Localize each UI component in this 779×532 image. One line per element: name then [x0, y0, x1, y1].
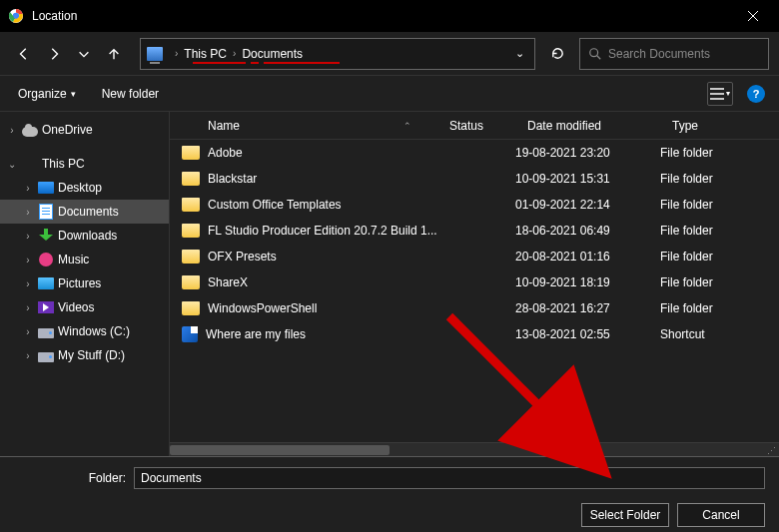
recent-dropdown[interactable]	[70, 40, 98, 68]
file-list: Name⌃ Status Date modified Type Adobe19-…	[170, 112, 779, 456]
address-dropdown[interactable]: ⌄	[511, 47, 528, 60]
file-type: Shortcut	[660, 327, 705, 341]
file-name: OFX Presets	[208, 250, 277, 264]
navigation-tree: ›OneDrive ⌄This PC ›Desktop ›Documents ›…	[0, 112, 170, 456]
file-date: 01-09-2021 22:14	[515, 198, 610, 212]
col-date[interactable]: Date modified	[515, 119, 660, 133]
file-type: File folder	[660, 301, 713, 315]
forward-button[interactable]	[40, 40, 68, 68]
tree-item-downloads[interactable]: ›Downloads	[0, 224, 169, 248]
folder-icon	[182, 224, 200, 238]
annotation-underline	[264, 62, 340, 64]
app-icon	[8, 8, 24, 24]
tree-item-onedrive[interactable]: ›OneDrive	[0, 118, 169, 142]
annotation-underline	[193, 62, 246, 64]
tree-item-desktop[interactable]: ›Desktop	[0, 176, 169, 200]
folder-icon	[182, 172, 200, 186]
tree-item-cdrive[interactable]: ›Windows (C:)	[0, 319, 169, 343]
thispc-icon	[147, 47, 163, 61]
chevron-icon: ›	[175, 48, 178, 59]
file-name: ShareX	[208, 275, 248, 289]
annotation-underline	[251, 62, 259, 64]
folder-input[interactable]	[134, 467, 765, 489]
tree-item-documents[interactable]: ›Documents	[0, 200, 169, 224]
file-date: 13-08-2021 02:55	[515, 327, 610, 341]
file-date: 19-08-2021 23:20	[515, 146, 610, 160]
back-button[interactable]	[10, 40, 38, 68]
refresh-button[interactable]	[543, 40, 571, 68]
file-date: 20-08-2021 01:16	[515, 250, 610, 264]
file-row[interactable]: Custom Office Templates01-09-2021 22:14F…	[170, 192, 779, 218]
file-row[interactable]: Blackstar10-09-2021 15:31File folder	[170, 166, 779, 192]
shortcut-icon	[182, 326, 198, 342]
file-name: Blackstar	[208, 172, 257, 186]
file-date: 18-06-2021 06:49	[515, 224, 610, 238]
new-folder-button[interactable]: New folder	[98, 85, 163, 103]
file-name: FL Studio Producer Edition 20.7.2 Build …	[208, 224, 437, 238]
tree-item-pictures[interactable]: ›Pictures	[0, 271, 169, 295]
tree-item-thispc[interactable]: ⌄This PC	[0, 152, 169, 176]
file-type: File folder	[660, 250, 713, 264]
file-type: File folder	[660, 224, 713, 238]
col-status[interactable]: Status	[437, 119, 515, 133]
breadcrumb-current[interactable]: Documents	[242, 47, 303, 61]
col-type[interactable]: Type	[660, 119, 779, 133]
file-row[interactable]: WindowsPowerShell28-08-2021 16:27File fo…	[170, 295, 779, 321]
folder-label: Folder:	[14, 471, 134, 485]
tree-item-videos[interactable]: ›Videos	[0, 295, 169, 319]
view-options-button[interactable]: ▾	[707, 82, 733, 106]
file-row[interactable]: ShareX10-09-2021 18:19File folder	[170, 269, 779, 295]
file-row[interactable]: Adobe19-08-2021 23:20File folder	[170, 140, 779, 166]
chevron-icon: ›	[233, 48, 236, 59]
address-bar[interactable]: › This PC › Documents ⌄	[140, 38, 535, 70]
file-type: File folder	[660, 172, 713, 186]
file-type: File folder	[660, 198, 713, 212]
file-date: 28-08-2021 16:27	[515, 301, 610, 315]
folder-icon	[182, 250, 200, 264]
select-folder-button[interactable]: Select Folder	[581, 503, 669, 527]
cancel-button[interactable]: Cancel	[677, 503, 765, 527]
col-name[interactable]: Name⌃	[170, 119, 437, 133]
file-name: Adobe	[208, 146, 243, 160]
folder-icon	[182, 301, 200, 315]
file-type: File folder	[660, 275, 713, 289]
tree-item-ddrive[interactable]: ›My Stuff (D:)	[0, 343, 169, 367]
folder-icon	[182, 275, 200, 289]
file-row[interactable]: Where are my files13-08-2021 02:55Shortc…	[170, 321, 779, 347]
svg-point-2	[590, 48, 598, 56]
file-name: WindowsPowerShell	[208, 301, 317, 315]
window-title: Location	[32, 9, 731, 23]
tree-item-music[interactable]: ›Music	[0, 248, 169, 271]
file-name: Where are my files	[206, 327, 306, 341]
file-row[interactable]: FL Studio Producer Edition 20.7.2 Build …	[170, 218, 779, 244]
file-type: File folder	[660, 146, 713, 160]
search-placeholder: Search Documents	[608, 47, 710, 61]
up-button[interactable]	[100, 40, 128, 68]
organize-button[interactable]: Organize▾	[14, 85, 80, 103]
help-button[interactable]: ?	[747, 85, 765, 103]
folder-icon	[182, 146, 200, 160]
horizontal-scrollbar[interactable]: ⋰	[170, 442, 779, 456]
close-button[interactable]	[731, 0, 775, 32]
folder-icon	[182, 198, 200, 212]
search-input[interactable]: Search Documents	[579, 38, 769, 70]
breadcrumb-root[interactable]: This PC	[184, 47, 227, 61]
file-name: Custom Office Templates	[208, 198, 342, 212]
file-row[interactable]: OFX Presets20-08-2021 01:16File folder	[170, 244, 779, 269]
file-date: 10-09-2021 15:31	[515, 172, 610, 186]
file-date: 10-09-2021 18:19	[515, 275, 610, 289]
